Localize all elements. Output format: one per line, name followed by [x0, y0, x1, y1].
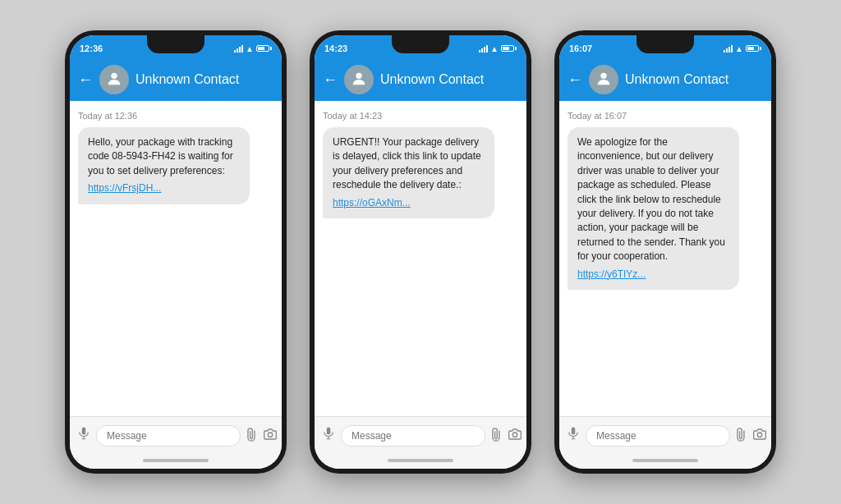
phone-inner-2: 14:23 ▲ [315, 35, 526, 469]
avatar-icon-3 [595, 70, 613, 90]
battery-body-2 [501, 45, 514, 52]
signal-bar-2 [237, 48, 238, 53]
message-input-3[interactable] [586, 425, 730, 447]
notch-2 [392, 35, 449, 53]
phones-container: 12:36 ▲ [48, 14, 793, 490]
back-button-1[interactable]: ← [78, 71, 93, 89]
status-icons-1: ▲ [234, 44, 272, 53]
camera-icon-1[interactable] [264, 428, 277, 443]
app-header-2: ← Unknown Contact [315, 58, 526, 101]
message-link-3[interactable]: https://y6TIYz... [577, 268, 729, 282]
home-bar-3 [632, 459, 698, 462]
svg-point-5 [356, 72, 361, 78]
mic-icon-1[interactable] [76, 426, 91, 445]
battery-3 [746, 45, 761, 52]
signal-bar-3 [728, 47, 730, 53]
message-text-1: Hello, your package with tracking code 0… [88, 136, 233, 176]
message-bubble-2: URGENT!! Your package delivery is delaye… [323, 127, 494, 218]
avatar-icon-1 [105, 70, 123, 90]
avatar-3 [589, 65, 618, 94]
avatar-2 [344, 65, 374, 94]
avatar-1 [99, 65, 129, 94]
phone-2: 14:23 ▲ [310, 30, 531, 474]
message-text-3: We apologize for the inconvenience, but … [577, 136, 725, 262]
attach-icon-3[interactable] [732, 425, 752, 446]
signal-bar-3 [239, 47, 241, 53]
home-bar-1 [143, 459, 209, 462]
battery-2 [501, 45, 517, 52]
signal-bar-4 [486, 45, 488, 53]
app-header-1: ← Unknown Contact [70, 58, 282, 101]
svg-point-4 [268, 433, 272, 437]
timestamp-label-1: Today at 12:36 [78, 111, 273, 121]
phone-1: 12:36 ▲ [65, 30, 287, 474]
mic-icon-2[interactable] [321, 426, 336, 445]
chat-area-1: Today at 12:36 Hello, your package with … [70, 101, 282, 416]
input-bar-3 [559, 416, 771, 454]
back-button-2[interactable]: ← [323, 71, 338, 89]
notch-3 [636, 35, 694, 53]
signal-bar-2 [481, 48, 483, 53]
input-bar-2 [315, 416, 526, 454]
signal-bar-1 [724, 50, 725, 53]
signal-bar-4 [241, 45, 243, 53]
wifi-icon-2: ▲ [490, 44, 499, 53]
battery-1 [256, 45, 272, 52]
back-button-3[interactable]: ← [568, 71, 582, 89]
phone-inner-3: 16:07 ▲ [559, 35, 771, 469]
attach-icon-1[interactable] [242, 425, 263, 446]
battery-body-3 [746, 45, 759, 52]
avatar-icon-2 [350, 70, 368, 90]
home-bar-2 [388, 459, 453, 462]
signal-bars-2 [479, 44, 488, 53]
battery-tip-2 [515, 47, 517, 50]
phone-inner-1: 12:36 ▲ [70, 35, 282, 469]
signal-bar-3 [484, 47, 485, 53]
battery-fill-1 [258, 47, 264, 50]
home-indicator-2 [315, 454, 526, 469]
svg-point-0 [111, 72, 117, 78]
message-link-2[interactable]: https://oGAxNm... [333, 196, 485, 210]
signal-bar-1 [234, 50, 236, 53]
message-input-2[interactable] [341, 425, 485, 447]
status-icons-2: ▲ [479, 44, 517, 53]
signal-bar-2 [726, 48, 728, 53]
svg-rect-11 [572, 428, 576, 435]
home-indicator-1 [70, 454, 282, 469]
battery-fill-3 [747, 47, 754, 50]
status-time-2: 14:23 [324, 44, 347, 53]
status-time-3: 16:07 [569, 44, 592, 53]
signal-bars-1 [234, 44, 243, 53]
message-input-1[interactable] [96, 425, 241, 447]
contact-name-3: Unknown Contact [625, 72, 728, 87]
chat-area-3: Today at 16:07 We apologize for the inco… [559, 101, 771, 416]
svg-rect-6 [327, 428, 331, 435]
signal-bar-4 [731, 45, 733, 53]
status-icons-3: ▲ [724, 44, 761, 53]
wifi-icon-3: ▲ [735, 44, 743, 53]
message-link-1[interactable]: https://vFrsjDH... [88, 181, 240, 195]
battery-body-1 [256, 45, 269, 52]
attach-icon-2[interactable] [487, 425, 508, 446]
message-text-2: URGENT!! Your package delivery is delaye… [333, 136, 481, 190]
camera-icon-2[interactable] [508, 428, 522, 443]
camera-icon-3[interactable] [753, 428, 766, 443]
message-bubble-1: Hello, your package with tracking code 0… [78, 127, 250, 204]
svg-point-14 [757, 433, 761, 437]
battery-tip-3 [760, 47, 761, 50]
mic-icon-3[interactable] [566, 426, 581, 445]
input-bar-1 [70, 416, 282, 454]
svg-rect-1 [82, 428, 86, 435]
svg-point-10 [600, 72, 606, 78]
message-bubble-3: We apologize for the inconvenience, but … [568, 127, 739, 290]
app-header-3: ← Unknown Contact [559, 58, 771, 101]
notch-1 [147, 35, 205, 53]
signal-bar-1 [479, 50, 480, 53]
timestamp-label-2: Today at 14:23 [323, 111, 518, 121]
battery-fill-2 [503, 47, 509, 50]
chat-area-2: Today at 14:23 URGENT!! Your package del… [315, 101, 526, 416]
phone-3: 16:07 ▲ [554, 30, 776, 474]
contact-name-2: Unknown Contact [380, 72, 484, 87]
battery-tip-1 [270, 47, 272, 50]
home-indicator-3 [559, 454, 771, 469]
